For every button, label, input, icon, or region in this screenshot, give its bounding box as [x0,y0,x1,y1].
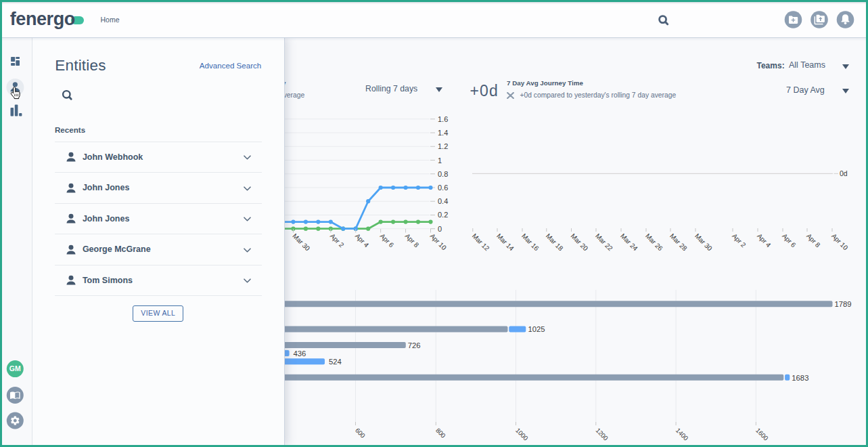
svg-text:Mar 16: Mar 16 [520,232,541,253]
svg-text:524: 524 [329,358,342,366]
svg-text:1000: 1000 [514,427,530,442]
svg-text:0.4: 0.4 [438,197,448,205]
svg-text:Apr 10: Apr 10 [830,232,850,252]
svg-text:436: 436 [294,349,306,358]
svg-text:0: 0 [438,225,442,233]
svg-text:0.6: 0.6 [438,184,448,192]
svg-text:1789: 1789 [835,300,852,308]
svg-text:Apr 4: Apr 4 [756,232,773,249]
svg-text:Apr 2: Apr 2 [329,232,346,249]
svg-text:Mar 26: Mar 26 [644,232,664,253]
svg-text:Apr 8: Apr 8 [404,232,421,249]
svg-text:1600: 1600 [754,427,770,442]
svg-text:726: 726 [408,341,421,349]
svg-text:GM: GM [9,364,21,372]
svg-text:Mar 24: Mar 24 [619,232,639,253]
svg-text:Apr 8: Apr 8 [805,232,822,249]
svg-text:Mar 12: Mar 12 [471,232,491,253]
svg-text:1: 1 [438,156,442,165]
svg-text:Mar 28: Mar 28 [668,232,689,253]
svg-text:600: 600 [354,427,367,440]
svg-text:Apr 2: Apr 2 [731,232,748,249]
svg-text:1683: 1683 [792,374,808,382]
svg-text:Mar 14: Mar 14 [495,232,516,253]
svg-text:1.6: 1.6 [438,115,448,123]
svg-text:Apr 6: Apr 6 [781,232,798,249]
svg-text:0.8: 0.8 [438,170,448,178]
svg-text:1200: 1200 [594,427,610,442]
svg-text:1025: 1025 [528,325,545,333]
svg-text:1.4: 1.4 [438,129,448,137]
svg-text:Mar 22: Mar 22 [594,232,614,253]
svg-text:Mar 18: Mar 18 [545,232,565,253]
svg-text:Mar 20: Mar 20 [569,232,589,253]
svg-text:Apr 4: Apr 4 [354,232,371,249]
svg-text:0d: 0d [840,169,848,177]
svg-text:Mar 30: Mar 30 [291,232,311,253]
svg-text:1.2: 1.2 [438,142,448,150]
svg-text:Mar 30: Mar 30 [693,232,714,253]
svg-text:Apr 6: Apr 6 [379,232,396,249]
svg-text:Apr 10: Apr 10 [428,232,448,252]
svg-text:0.2: 0.2 [438,211,448,219]
svg-text:800: 800 [434,427,447,440]
svg-text:1400: 1400 [675,427,690,442]
